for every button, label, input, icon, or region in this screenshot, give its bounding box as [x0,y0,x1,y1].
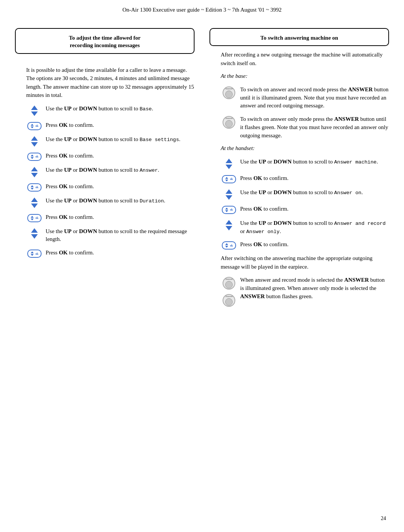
ok-icon-1: ok [26,121,43,130]
page-header: On-Air 1300 Executive user guide ~ Editi… [0,0,404,17]
left-box-title: To adjust the time allowed for recording… [22,34,188,49]
left-step-4: ok Press OK to confirm. [26,152,195,161]
left-section-box: To adjust the time allowed for recording… [15,28,195,54]
at-base-label: At the base: [221,72,389,80]
arrow-down [226,226,232,230]
answer-icon-1: Answer [221,86,237,99]
step-text-2: Press OK to confirm. [46,121,195,129]
left-step-10: ok Press OK to confirm. [26,249,195,258]
arrow-down [31,111,38,116]
right-handset-text-1: Use the UP or DOWN button to scroll to A… [240,158,389,166]
right-handset-step-1: Use the UP or DOWN button to scroll to A… [221,158,389,169]
right-base-step-1: Answer To switch on answer and record mo… [221,86,389,110]
right-handset-step-5: Use the UP or DOWN button to scroll to A… [221,219,389,236]
arrow-down [226,165,232,169]
ok-icon-r1: ok [221,174,237,183]
step-text-3: Use the UP or DOWN button to scroll to B… [46,135,195,144]
ok-icon-2: ok [26,152,43,161]
left-step-1: Use the UP or DOWN button to scroll to B… [26,105,195,116]
right-handset-text-6: Press OK to confirm. [240,241,389,249]
step-text-7: Use the UP or DOWN button to scroll to D… [46,197,195,205]
ok-icon-3: ok [26,183,43,192]
left-step-6: ok Press OK to confirm. [26,183,195,192]
step-text-10: Press OK to confirm. [46,249,195,257]
ok-icon-4: ok [26,213,43,222]
answer-icon-final-1: Answer Answer [221,276,237,307]
updown-icon-5 [26,227,43,239]
updown-icon-r3 [221,219,237,230]
step-text-4: Press OK to confirm. [46,152,195,160]
right-section-box: To switch answering machine on [209,28,389,46]
right-handset-text-5: Use the UP or DOWN button to scroll to A… [240,219,389,236]
right-handset-text-3: Use the UP or DOWN button to scroll to A… [240,189,389,197]
right-intro: After recording a new outgoing message t… [221,51,389,67]
arrow-up [226,220,232,224]
right-base-text-1: To switch on answer and record mode pres… [240,86,389,110]
left-step-7: Use the UP or DOWN button to scroll to D… [26,197,195,208]
left-step-3: Use the UP or DOWN button to scroll to B… [26,135,195,147]
left-step-5: Use the UP or DOWN button to scroll to A… [26,166,195,177]
arrow-up [226,159,232,163]
at-handset-label: At the handset: [221,144,389,153]
ok-icon-r3: ok [221,241,237,250]
left-step-8: ok Press OK to confirm. [26,213,195,222]
arrow-down [31,142,38,147]
right-box-title: To switch answering machine on [216,34,382,42]
updown-icon-2 [26,135,43,147]
ok-icon-5: ok [26,249,43,258]
arrow-down [31,204,38,208]
step-text-6: Press OK to confirm. [46,183,195,191]
arrow-down [31,234,38,239]
right-handset-text-2: Press OK to confirm. [240,174,389,183]
right-handset-step-4: ok Press OK to confirm. [221,205,389,214]
arrow-up [31,136,38,141]
right-handset-step-2: ok Press OK to confirm. [221,174,389,183]
right-column: To switch answering machine on After rec… [202,28,389,310]
updown-icon-r1 [221,158,237,169]
step-text-8: Press OK to confirm. [46,213,195,221]
right-after-text: After switching on the answering machine… [221,254,389,271]
arrow-down [226,195,232,200]
arrow-up [31,198,38,202]
right-handset-step-6: ok Press OK to confirm. [221,241,389,250]
ok-icon-r2: ok [221,205,237,214]
left-column: To adjust the time allowed for recording… [15,28,202,310]
right-handset-text-4: Press OK to confirm. [240,205,389,213]
header-title: On-Air 1300 Executive user guide ~ Editi… [122,7,282,13]
left-step-2: ok Press OK to confirm. [26,121,195,130]
right-base-text-2: To switch on answer only mode press the … [240,115,389,140]
updown-icon-4 [26,197,43,208]
arrow-up [31,167,38,171]
arrow-down [31,173,38,177]
answer-icon-2: Answer [221,115,237,129]
arrow-up [226,189,232,194]
left-intro-block: It is possible to adjust the time availa… [26,66,195,100]
step-text-9: Use the UP or DOWN button to scroll to t… [46,227,195,244]
page-number: 24 [381,516,386,522]
right-handset-step-3: Use the UP or DOWN button to scroll to A… [221,189,389,200]
right-base-step-2: Answer To switch on answer only mode pre… [221,115,389,140]
step-text-5: Use the UP or DOWN button to scroll to A… [46,166,195,174]
left-intro-text: It is possible to adjust the time availa… [26,66,195,100]
right-final-step: Answer Answer When answer and record mod… [221,276,389,307]
updown-icon-r2 [221,189,237,200]
left-step-9: Use the UP or DOWN button to scroll to t… [26,227,195,244]
step-text-1: Use the UP or DOWN button to scroll to B… [46,105,195,113]
updown-icon-1 [26,105,43,116]
arrow-up [31,106,38,110]
arrow-up [31,228,38,233]
right-final-text: When answer and record mode is selected … [240,276,389,300]
updown-icon-3 [26,166,43,177]
